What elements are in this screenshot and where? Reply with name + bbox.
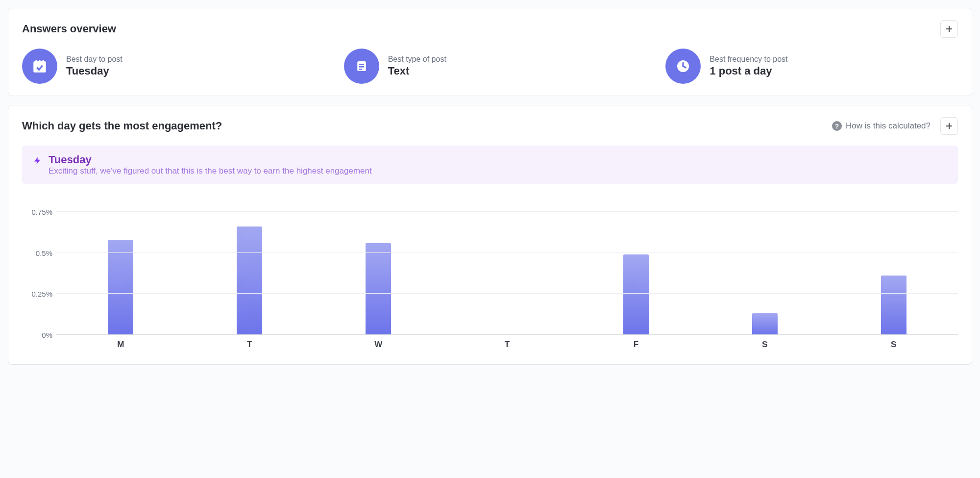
plus-icon: [945, 122, 953, 130]
metric-label: Best day to post: [66, 55, 122, 64]
chart-bar-column: [56, 196, 185, 334]
chart-y-tick: 0%: [42, 331, 52, 339]
engagement-header: Which day gets the most engagement? ? Ho…: [22, 117, 958, 135]
add-button[interactable]: [940, 20, 958, 38]
metric-value: Tuesday: [66, 65, 122, 77]
chart-y-tick: 0.25%: [31, 290, 52, 298]
plus-icon: [945, 25, 953, 33]
chart-x-axis: MTWTFSS: [56, 335, 958, 352]
chart-x-label: M: [56, 335, 185, 352]
answers-overview-card: Answers overview Best day to post Tuesda…: [8, 8, 972, 96]
chart-plot-area: [56, 196, 958, 335]
chart-bar-column: [185, 196, 314, 334]
engagement-title: Which day gets the most engagement?: [22, 120, 222, 132]
engagement-controls: ? How is this calculated?: [832, 117, 958, 135]
metrics-row: Best day to post Tuesday Best type of po…: [22, 49, 958, 84]
chart-bar[interactable]: [623, 254, 649, 334]
help-link[interactable]: ? How is this calculated?: [832, 121, 931, 131]
chart-bar[interactable]: [881, 276, 906, 334]
clock-icon: [665, 49, 701, 84]
chart-bar-column: [700, 196, 829, 334]
chart-gridline: [56, 293, 958, 294]
highlight-subtitle: Exciting stuff, we've figured out that t…: [49, 166, 372, 176]
add-button[interactable]: [940, 117, 958, 135]
svg-rect-2: [33, 61, 46, 73]
chart-x-label: W: [314, 335, 443, 352]
chart-y-tick: 0.75%: [31, 208, 52, 216]
overview-title: Answers overview: [22, 23, 116, 35]
chart-bar-column: [571, 196, 700, 334]
chart-gridline: [56, 252, 958, 253]
chart-bar[interactable]: [366, 243, 391, 334]
chart-y-tick: 0.5%: [36, 249, 52, 257]
chart-y-axis: 0%0.25%0.5%0.75%: [22, 196, 56, 335]
chart-bar[interactable]: [108, 240, 133, 334]
question-icon: ?: [832, 121, 842, 131]
metric-best-day: Best day to post Tuesday: [22, 49, 315, 84]
chart-bar-column: [829, 196, 958, 334]
document-icon: [344, 49, 379, 84]
metric-label: Best type of post: [388, 55, 446, 64]
chart-bar[interactable]: [237, 226, 262, 334]
chart-x-label: S: [700, 335, 829, 352]
calendar-check-icon: [22, 49, 57, 84]
chart-bar-column: [314, 196, 443, 334]
chart-bar-column: [443, 196, 572, 334]
chart-x-label: F: [571, 335, 700, 352]
metric-label: Best frequency to post: [710, 55, 787, 64]
metric-value: Text: [388, 65, 446, 77]
chart-x-label: T: [185, 335, 314, 352]
chart-gridline: [56, 211, 958, 212]
help-label: How is this calculated?: [846, 121, 931, 131]
chart-bars: [56, 196, 958, 334]
metric-value: 1 post a day: [710, 65, 787, 77]
highlight-banner: Tuesday Exciting stuff, we've figured ou…: [22, 146, 958, 184]
chart-bar[interactable]: [752, 313, 778, 334]
metric-best-frequency: Best frequency to post 1 post a day: [665, 49, 958, 84]
engagement-card: Which day gets the most engagement? ? Ho…: [8, 105, 972, 365]
chart-x-label: T: [443, 335, 572, 352]
metric-best-type: Best type of post Text: [344, 49, 637, 84]
engagement-chart: 0%0.25%0.5%0.75% MTWTFSS: [22, 196, 958, 352]
highlight-day: Tuesday: [49, 153, 372, 166]
overview-header: Answers overview: [22, 20, 958, 38]
bolt-icon: [33, 156, 42, 167]
chart-x-label: S: [829, 335, 958, 352]
